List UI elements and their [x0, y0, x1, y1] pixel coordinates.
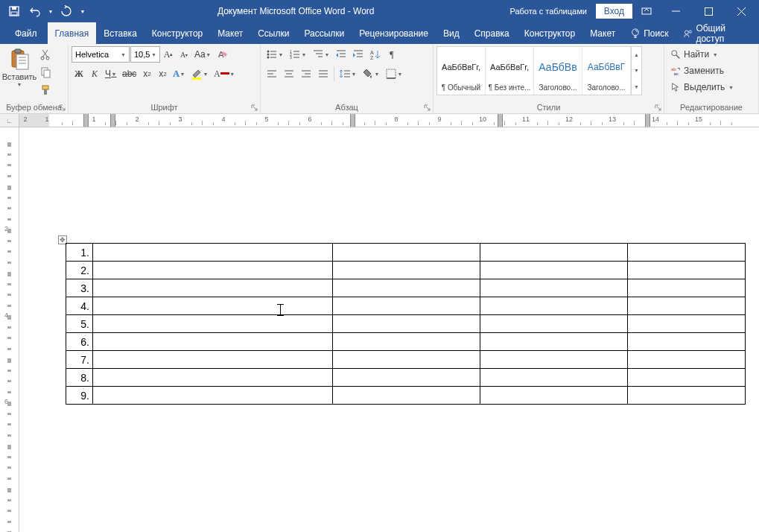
- clear-formatting-button[interactable]: A: [215, 46, 231, 63]
- decrease-indent-button[interactable]: [333, 46, 349, 63]
- select-button[interactable]: Выделить▼: [667, 79, 737, 95]
- styles-gallery[interactable]: АаБбВвГг,¶ ОбычныйАаБбВвГг,¶ Без инте...…: [436, 46, 642, 95]
- multilevel-list-button[interactable]: ▼: [310, 46, 332, 63]
- table-row[interactable]: 6.: [66, 333, 746, 351]
- maximize-button[interactable]: [693, 0, 723, 22]
- table-row[interactable]: 1.: [66, 244, 746, 262]
- svg-rect-19: [44, 70, 50, 77]
- group-styles: АаБбВвГг,¶ ОбычныйАаБбВвГг,¶ Без инте...…: [434, 44, 664, 113]
- tab-file[interactable]: Файл: [4, 22, 48, 44]
- increase-indent-button[interactable]: [350, 46, 366, 63]
- tab-design[interactable]: Конструктор: [145, 22, 210, 44]
- close-button[interactable]: [726, 0, 756, 22]
- tab-home[interactable]: Главная: [48, 22, 97, 44]
- bullets-button[interactable]: ▼: [264, 46, 286, 63]
- table-row[interactable]: 9.: [66, 387, 746, 405]
- font-name-combo[interactable]: Helvetica▼: [72, 46, 130, 63]
- table-row[interactable]: 8.: [66, 369, 746, 387]
- clipboard-launcher[interactable]: [57, 103, 66, 112]
- document-table[interactable]: 1.2.3.4.5.6.7.8.9.: [66, 243, 746, 405]
- tab-table-layout[interactable]: Макет: [582, 22, 623, 44]
- tab-mailings[interactable]: Рассылки: [296, 22, 352, 44]
- styles-launcher[interactable]: [653, 103, 662, 112]
- undo-dropdown[interactable]: ▼: [46, 1, 55, 21]
- save-button[interactable]: [4, 1, 24, 21]
- paragraph-launcher[interactable]: [422, 103, 431, 112]
- svg-rect-63: [387, 69, 396, 78]
- ribbon: Вставить ▼ Буфер обмена Helvetica▼ 10,5▼…: [0, 44, 759, 114]
- format-painter-button[interactable]: [37, 82, 54, 98]
- table-row[interactable]: 5.: [66, 315, 746, 333]
- change-case-button[interactable]: Aa▼: [192, 46, 214, 63]
- gallery-more[interactable]: ▼: [632, 79, 641, 95]
- style-item-1[interactable]: АаБбВвГг,¶ Без инте...: [486, 47, 534, 95]
- share-button[interactable]: Общий доступ: [676, 23, 759, 44]
- grow-font-button[interactable]: A▴: [161, 46, 176, 63]
- sort-button[interactable]: AZ: [367, 46, 384, 63]
- ribbon-display-options[interactable]: [635, 0, 658, 22]
- tell-me-search[interactable]: Поиск: [623, 28, 676, 39]
- tab-selector[interactable]: ∟: [0, 114, 19, 127]
- font-size-combo[interactable]: 10,5▼: [130, 46, 160, 63]
- text-effects-button[interactable]: A▼: [171, 66, 188, 82]
- qat-customize[interactable]: ▼: [77, 1, 88, 21]
- svg-rect-20: [42, 86, 48, 89]
- font-launcher[interactable]: [250, 103, 258, 112]
- italic-button[interactable]: К: [87, 66, 102, 82]
- style-item-0[interactable]: АаБбВвГг,¶ Обычный: [437, 47, 486, 95]
- strikethrough-button[interactable]: abc: [120, 66, 139, 82]
- redo-button[interactable]: [57, 1, 76, 21]
- copy-button[interactable]: [37, 64, 54, 80]
- svg-text:Z: Z: [370, 55, 374, 60]
- horizontal-ruler[interactable]: 21123456789101112131415: [19, 114, 759, 127]
- undo-button[interactable]: [25, 1, 45, 21]
- gallery-up[interactable]: ▲: [632, 47, 641, 63]
- svg-line-66: [676, 55, 679, 58]
- justify-button[interactable]: [315, 66, 331, 82]
- align-left-button[interactable]: [264, 66, 280, 82]
- subscript-button[interactable]: x2: [139, 66, 154, 82]
- table-row[interactable]: 4.: [66, 297, 746, 315]
- find-button[interactable]: Найти▼: [667, 46, 721, 63]
- tab-help[interactable]: Справка: [467, 22, 517, 44]
- shrink-font-button[interactable]: A▾: [177, 46, 191, 63]
- tab-layout[interactable]: Макет: [210, 22, 250, 44]
- table-row[interactable]: 7.: [66, 351, 746, 369]
- tab-insert[interactable]: Вставка: [96, 22, 145, 44]
- gallery-down[interactable]: ▼: [632, 63, 641, 78]
- svg-rect-5: [705, 7, 712, 15]
- underline-button[interactable]: Ч▼: [103, 66, 119, 82]
- font-color-button[interactable]: A▼: [212, 66, 238, 82]
- align-right-button[interactable]: [298, 66, 314, 82]
- superscript-button[interactable]: x2: [155, 66, 170, 82]
- bold-button[interactable]: Ж: [72, 66, 86, 82]
- login-button[interactable]: Вход: [596, 4, 632, 19]
- tab-table-design[interactable]: Конструктор: [517, 22, 582, 44]
- table-row[interactable]: 3.: [66, 279, 746, 297]
- style-item-2[interactable]: АаБбВвЗаголово...: [534, 47, 582, 95]
- borders-button[interactable]: ▼: [383, 66, 405, 82]
- svg-point-65: [672, 51, 677, 56]
- minimize-button[interactable]: [661, 0, 690, 22]
- highlight-button[interactable]: ▼: [188, 66, 211, 82]
- style-item-3[interactable]: АаБбВвГЗаголово...: [582, 47, 631, 95]
- tab-view[interactable]: Вид: [436, 22, 467, 44]
- cut-button[interactable]: [37, 46, 54, 63]
- paste-button[interactable]: Вставить ▼: [3, 46, 36, 87]
- vertical-ruler[interactable]: 246: [0, 127, 19, 532]
- tab-references[interactable]: Ссылки: [250, 22, 296, 44]
- svg-point-8: [685, 30, 689, 34]
- replace-button[interactable]: abac Заменить: [667, 63, 727, 79]
- align-center-button[interactable]: [281, 66, 297, 82]
- show-marks-button[interactable]: ¶: [384, 46, 399, 63]
- numbering-button[interactable]: 123▼: [287, 46, 309, 63]
- table-row[interactable]: 2.: [66, 262, 746, 279]
- tab-review[interactable]: Рецензирование: [352, 22, 436, 44]
- document-scroll[interactable]: ✥ 1.2.3.4.5.6.7.8.9.: [19, 127, 759, 532]
- shading-button[interactable]: ▼: [360, 66, 382, 82]
- line-spacing-button[interactable]: ▼: [337, 66, 359, 82]
- svg-rect-12: [16, 54, 28, 69]
- horizontal-ruler-row: ∟ 21123456789101112131415: [0, 114, 759, 127]
- group-font: Helvetica▼ 10,5▼ A▴ A▾ Aa▼ A Ж К Ч▼ abc …: [69, 44, 261, 113]
- document-area: 246 ✥ 1.2.3.4.5.6.7.8.9.: [0, 127, 759, 532]
